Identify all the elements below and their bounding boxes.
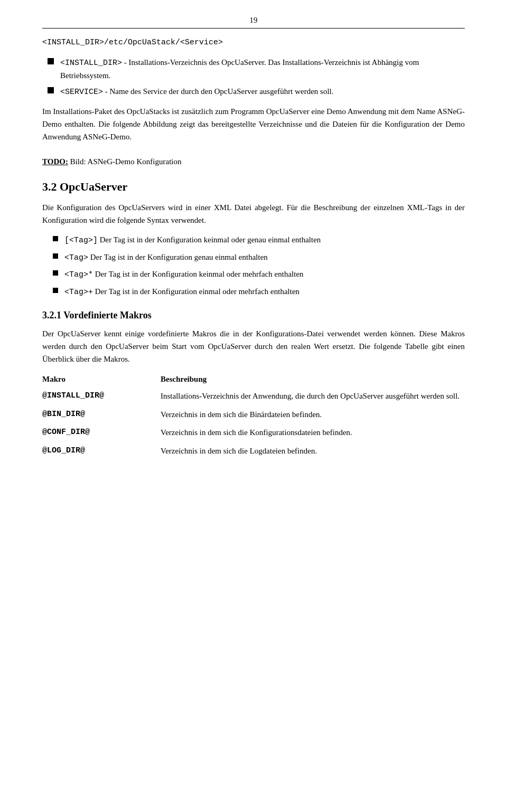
- paragraph-1: Im Installations-Paket des OpcUaStacks i…: [42, 105, 465, 143]
- list-item: <Tag> Der Tag ist in der Konfiguration g…: [53, 251, 465, 265]
- bullet-icon: [53, 253, 58, 259]
- section-32-paragraph: Die Konfiguration des OpcUaServers wird …: [42, 201, 465, 226]
- intro-bullet-list: <INSTALL_DIR> - Installations-Verzeichni…: [42, 56, 465, 99]
- bullet-icon: [53, 236, 58, 241]
- bullet-icon: [53, 270, 58, 276]
- desc-cell: Installations-Verzeichnis der Anwendung,…: [161, 388, 465, 407]
- list-item: <INSTALL_DIR> - Installations-Verzeichni…: [42, 56, 465, 81]
- section-32-bullet-list: [<Tag>] Der Tag ist in der Konfiguration…: [53, 234, 465, 298]
- bullet-icon: [48, 87, 54, 93]
- code-tag-multi: <Tag>*: [64, 270, 93, 279]
- todo-line: TODO: Bild: ASNeG-Demo Konfiguration: [42, 156, 465, 168]
- desc-cell: Verzeichnis in dem sich die Konfiguratio…: [161, 424, 465, 443]
- code-service: <SERVICE>: [60, 88, 103, 97]
- macro-table-body: @INSTALL_DIR@Installations-Verzeichnis d…: [42, 388, 465, 461]
- table-row: @BIN_DIR@Verzeichnis in dem sich die Bin…: [42, 407, 465, 425]
- table-row: @LOG_DIR@Verzeichnis in dem sich die Log…: [42, 443, 465, 461]
- bullet-icon: [53, 288, 58, 293]
- macro-cell: @BIN_DIR@: [42, 407, 161, 425]
- page-container: 19 <INSTALL_DIR>/etc/OpcUaStack/<Service…: [0, 0, 507, 812]
- bullet-text: <Tag>* Der Tag ist in der Konfiguration …: [64, 268, 465, 281]
- code-tag-optional: [<Tag>]: [64, 236, 98, 245]
- bullet-text: [<Tag>] Der Tag ist in der Konfiguration…: [64, 234, 465, 247]
- table-header-row: Makro Beschreibung: [42, 373, 465, 388]
- col-header-desc: Beschreibung: [161, 373, 465, 388]
- todo-text: Bild: ASNeG-Demo Konfiguration: [68, 157, 182, 166]
- section-32-heading: 3.2 OpcUaServer: [42, 180, 465, 194]
- macro-cell: @LOG_DIR@: [42, 443, 161, 461]
- section-321-paragraph: Der OpcUaServer kennt einige vordefinier…: [42, 327, 465, 365]
- list-item: <Tag>* Der Tag ist in der Konfiguration …: [53, 268, 465, 281]
- bullet-text: <INSTALL_DIR> - Installations-Verzeichni…: [60, 56, 465, 81]
- macro-table: Makro Beschreibung @INSTALL_DIR@Installa…: [42, 373, 465, 461]
- code-install-dir: <INSTALL_DIR>: [60, 59, 122, 68]
- macro-cell: @INSTALL_DIR@: [42, 388, 161, 407]
- table-row: @CONF_DIR@Verzeichnis in dem sich die Ko…: [42, 424, 465, 443]
- bullet-text: <SERVICE> - Name des Service der durch d…: [60, 86, 465, 99]
- section-321-heading: 3.2.1 Vordefinierte Makros: [42, 310, 465, 321]
- code-tag-once: <Tag>: [64, 253, 88, 262]
- list-item: <SERVICE> - Name des Service der durch d…: [42, 86, 465, 99]
- page-number: 19: [42, 16, 465, 29]
- macro-cell: @CONF_DIR@: [42, 424, 161, 443]
- header-code: <INSTALL_DIR>/etc/OpcUaStack/<Service>: [42, 38, 465, 47]
- bullet-icon: [48, 58, 54, 64]
- todo-label: TODO:: [42, 157, 68, 166]
- bullet-text: <Tag> Der Tag ist in der Konfiguration g…: [64, 251, 465, 265]
- code-tag-plus: <Tag>+: [64, 288, 93, 297]
- list-item: <Tag>+ Der Tag ist in der Konfiguration …: [53, 286, 465, 299]
- table-row: @INSTALL_DIR@Installations-Verzeichnis d…: [42, 388, 465, 407]
- bullet-text: <Tag>+ Der Tag ist in der Konfiguration …: [64, 286, 465, 299]
- list-item: [<Tag>] Der Tag ist in der Konfiguration…: [53, 234, 465, 247]
- col-header-macro: Makro: [42, 373, 161, 388]
- desc-cell: Verzeichnis in dem sich die Binärdateien…: [161, 407, 465, 425]
- desc-cell: Verzeichnis in dem sich die Logdateien b…: [161, 443, 465, 461]
